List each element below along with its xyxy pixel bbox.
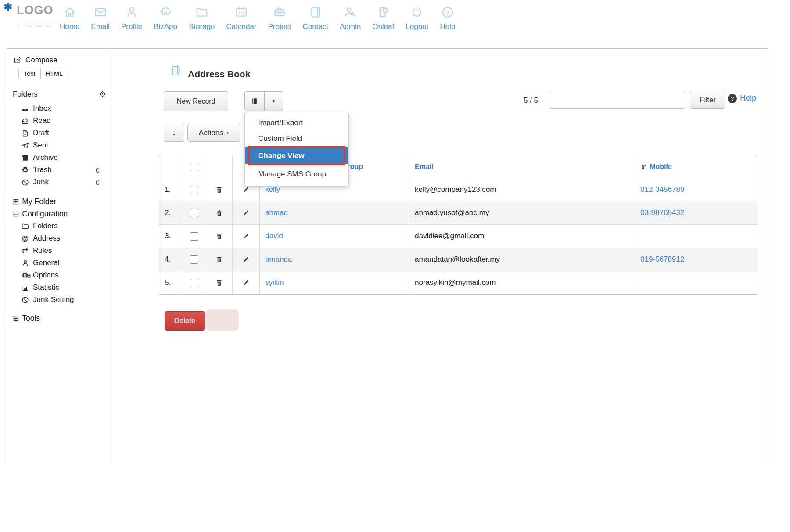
contact-name-link[interactable]: david — [265, 232, 283, 241]
delete-button[interactable]: Delete — [165, 311, 205, 331]
contact-name-link[interactable]: ahmad — [265, 208, 288, 217]
contact-mobile-link[interactable]: 03-98765432 — [640, 208, 684, 217]
contact-name-link[interactable]: amanda — [265, 255, 292, 264]
address-book-menu-caret[interactable]: ▼ — [265, 91, 283, 111]
collapse-icon[interactable]: ⊟ — [13, 210, 19, 218]
delete-row-icon[interactable] — [215, 208, 223, 217]
gears-icon: ⚙⚙ — [20, 271, 30, 280]
nav-item-email[interactable]: Email — [91, 5, 110, 31]
nav-item-admin[interactable]: Admin — [340, 5, 361, 31]
contact-name-link[interactable]: kelly — [265, 185, 280, 194]
sidebar-item-configuration[interactable]: ⊟ Configuration — [7, 208, 111, 220]
delete-row-icon[interactable] — [215, 278, 223, 287]
edit-row-icon[interactable] — [242, 208, 250, 217]
empty-folder-trash-icon[interactable] — [94, 179, 101, 186]
secondary-action-placeholder[interactable] — [205, 309, 239, 331]
sidebar-item-draft[interactable]: Draft — [7, 127, 111, 139]
sidebar-item-junk-setting[interactable]: Junk Setting — [7, 294, 111, 306]
sidebar-item-read[interactable]: Read — [7, 115, 111, 127]
filter-input[interactable] — [549, 91, 686, 109]
sidebar-item-archive[interactable]: Archive — [7, 151, 111, 164]
menu-item-manage-sms-group[interactable]: Manage SMS Group — [245, 165, 348, 183]
contact-name-link[interactable]: syikin — [265, 278, 284, 287]
address-book-view-button[interactable] — [244, 91, 265, 111]
delete-row-icon[interactable] — [215, 185, 223, 194]
expand-icon[interactable]: ⊞ — [13, 315, 19, 322]
sidebar-item-label: Statistic — [33, 283, 59, 292]
filter-button[interactable]: Filter — [690, 91, 725, 109]
folder-settings-gear-icon[interactable]: ⚙ — [99, 89, 106, 99]
help-link[interactable]: Help — [740, 93, 756, 103]
brand-asterisk-icon: ✱ — [4, 1, 12, 13]
archive-icon — [20, 154, 30, 162]
sidebar-item-rules[interactable]: ⇄ Rules — [7, 244, 111, 257]
delete-row-icon[interactable] — [215, 255, 223, 264]
contact-mobile-link[interactable]: 019-5678912 — [640, 255, 684, 264]
nav-item-calendar[interactable]: Calendar — [226, 5, 256, 31]
actions-button[interactable]: Actions ▾ — [187, 124, 240, 142]
sidebar-item-sent[interactable]: Sent — [7, 139, 111, 151]
sidebar-item-label: General — [33, 259, 59, 267]
nav-item-help[interactable]: Help — [440, 5, 455, 31]
select-all-checkbox[interactable] — [190, 163, 198, 171]
nav-item-logout[interactable]: Logout — [406, 5, 428, 31]
compose-button[interactable]: Compose — [13, 56, 111, 65]
contact-email: amandatan@lookafter.my — [415, 255, 500, 264]
row-checkbox[interactable] — [190, 279, 198, 287]
new-record-button[interactable]: New Record — [164, 91, 228, 111]
edit-row-icon[interactable] — [242, 255, 250, 264]
tools-label: Tools — [22, 314, 40, 323]
menu-item-change-view[interactable]: Change View — [245, 147, 348, 164]
sidebar-item-statistic[interactable]: Statistic — [7, 281, 111, 294]
nav-item-label: BizApp — [154, 22, 177, 31]
nav-item-bizapp[interactable]: BizApp — [154, 5, 177, 31]
sidebar-item-label: Read — [33, 116, 51, 125]
edit-row-icon[interactable] — [242, 185, 250, 194]
help-badge-icon[interactable]: ? — [728, 94, 737, 103]
nav-item-label: Storage — [189, 22, 215, 31]
header-email[interactable]: Email — [410, 155, 636, 178]
menu-item-custom-field[interactable]: Custom Field — [245, 131, 348, 147]
stats-icon — [20, 284, 30, 292]
empty-folder-trash-icon[interactable] — [94, 166, 101, 174]
row-checkbox[interactable] — [190, 255, 198, 264]
puzzle-icon — [158, 5, 172, 19]
sidebar-item-tools[interactable]: ⊞ Tools — [7, 312, 111, 324]
delete-row-icon[interactable] — [215, 232, 223, 241]
row-number: 1. — [165, 185, 171, 194]
row-checkbox[interactable] — [190, 186, 198, 194]
row-checkbox[interactable] — [190, 232, 198, 241]
sidebar-item-address[interactable]: @ Address — [7, 232, 111, 244]
header-mobile[interactable]: Mobile — [636, 155, 758, 178]
nav-item-label: Help — [440, 22, 455, 31]
sidebar-item-inbox[interactable]: Inbox — [7, 102, 111, 115]
brand-logo[interactable]: LOGO — [17, 4, 54, 17]
sidebar-item-general[interactable]: General — [7, 257, 111, 269]
compose-text-button[interactable]: Text — [19, 68, 40, 79]
sidebar-item-options[interactable]: ⚙⚙ Options — [7, 269, 111, 281]
sidebar-item-label: Options — [33, 271, 59, 280]
sidebar-item-my-folder[interactable]: ⊞ My Folder — [7, 195, 111, 208]
nav-item-onleaf[interactable]: Onleaf — [372, 5, 394, 31]
nav-item-project[interactable]: Project — [268, 5, 291, 31]
contact-mobile-link[interactable]: 012-3456789 — [640, 185, 684, 194]
nav-item-storage[interactable]: Storage — [189, 5, 215, 31]
nav-item-profile[interactable]: Profile — [121, 5, 142, 31]
sidebar-item-junk[interactable]: Junk — [7, 176, 111, 188]
table-row: 4. amanda amandatan@lookafter.my 019-567… — [158, 248, 758, 271]
sidebar-item-label: Address — [33, 234, 60, 243]
sidebar-item-label: Rules — [33, 246, 52, 255]
sidebar-item-label: Draft — [33, 129, 49, 137]
nav-item-contact[interactable]: Contact — [302, 5, 328, 31]
compose-html-button[interactable]: HTML — [40, 68, 68, 79]
edit-row-icon[interactable] — [242, 232, 250, 241]
sidebar-item-trash[interactable]: ♻ Trash — [7, 164, 111, 176]
menu-item-import-export[interactable]: Import/Export — [245, 115, 348, 131]
nav-item-home[interactable]: Home — [60, 5, 79, 31]
sort-button[interactable]: ↓ — [164, 124, 184, 142]
expand-icon[interactable]: ⊞ — [13, 198, 19, 205]
power-icon — [410, 5, 424, 19]
row-checkbox[interactable] — [190, 209, 198, 217]
edit-row-icon[interactable] — [242, 278, 250, 287]
sidebar-item-folders[interactable]: Folders — [7, 220, 111, 232]
